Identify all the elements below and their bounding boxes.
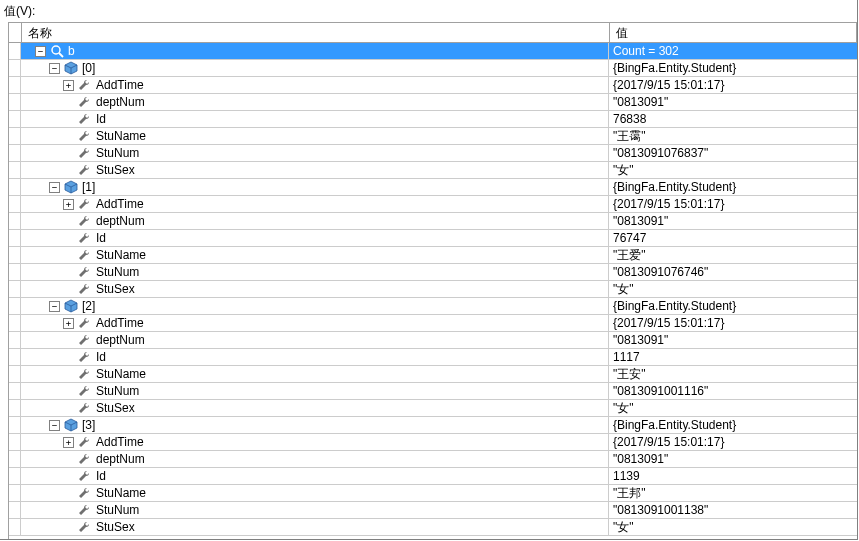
value-cell[interactable]: 76747: [609, 230, 857, 246]
name-cell[interactable]: −[3]: [21, 417, 609, 433]
name-cell[interactable]: +AddTime: [21, 434, 609, 450]
property-row[interactable]: Id1139: [9, 468, 857, 485]
name-cell[interactable]: deptNum: [21, 332, 609, 348]
name-cell[interactable]: +AddTime: [21, 315, 609, 331]
expander-icon[interactable]: +: [63, 199, 74, 210]
value-cell[interactable]: "王邦": [609, 485, 857, 501]
property-row[interactable]: StuSex"女": [9, 400, 857, 417]
column-header-name[interactable]: 名称: [22, 23, 610, 42]
expander-icon[interactable]: +: [63, 80, 74, 91]
column-header-value[interactable]: 值: [610, 23, 857, 42]
value-cell[interactable]: "女": [609, 281, 857, 297]
property-row[interactable]: deptNum"0813091": [9, 213, 857, 230]
property-row[interactable]: StuSex"女": [9, 519, 857, 536]
item-row[interactable]: −[1]{BingFa.Entity.Student}: [9, 179, 857, 196]
property-row[interactable]: StuNum"0813091001116": [9, 383, 857, 400]
property-row[interactable]: +AddTime{2017/9/15 15:01:17}: [9, 434, 857, 451]
value-cell[interactable]: "女": [609, 400, 857, 416]
property-row[interactable]: deptNum"0813091": [9, 451, 857, 468]
row-value: "0813091": [613, 94, 668, 110]
property-row[interactable]: StuName"王爱": [9, 247, 857, 264]
value-cell[interactable]: 1117: [609, 349, 857, 365]
value-cell[interactable]: {2017/9/15 15:01:17}: [609, 434, 857, 450]
expander-icon[interactable]: +: [63, 318, 74, 329]
property-row[interactable]: StuNum"0813091076746": [9, 264, 857, 281]
property-row[interactable]: StuName"王安": [9, 366, 857, 383]
name-cell[interactable]: StuSex: [21, 162, 609, 178]
value-cell[interactable]: {2017/9/15 15:01:17}: [609, 196, 857, 212]
expander-icon[interactable]: −: [49, 301, 60, 312]
name-cell[interactable]: deptNum: [21, 213, 609, 229]
name-cell[interactable]: −[2]: [21, 298, 609, 314]
property-row[interactable]: +AddTime{2017/9/15 15:01:17}: [9, 196, 857, 213]
expander-icon[interactable]: −: [35, 46, 46, 57]
value-cell[interactable]: Count = 302: [609, 43, 857, 59]
item-row[interactable]: −[0]{BingFa.Entity.Student}: [9, 60, 857, 77]
value-cell[interactable]: "女": [609, 519, 857, 535]
property-row[interactable]: StuSex"女": [9, 162, 857, 179]
name-cell[interactable]: StuNum: [21, 502, 609, 518]
value-cell[interactable]: {BingFa.Entity.Student}: [609, 298, 857, 314]
value-cell[interactable]: "0813091": [609, 332, 857, 348]
name-cell[interactable]: −[1]: [21, 179, 609, 195]
property-row[interactable]: Id76838: [9, 111, 857, 128]
name-cell[interactable]: StuSex: [21, 519, 609, 535]
expander-icon[interactable]: −: [49, 63, 60, 74]
expander-icon[interactable]: +: [63, 437, 74, 448]
name-cell[interactable]: Id: [21, 111, 609, 127]
property-row[interactable]: Id1117: [9, 349, 857, 366]
name-cell[interactable]: StuNum: [21, 383, 609, 399]
value-cell[interactable]: "王安": [609, 366, 857, 382]
value-cell[interactable]: {BingFa.Entity.Student}: [609, 60, 857, 76]
value-cell[interactable]: "0813091076746": [609, 264, 857, 280]
name-cell[interactable]: +AddTime: [21, 196, 609, 212]
item-row[interactable]: −[2]{BingFa.Entity.Student}: [9, 298, 857, 315]
name-cell[interactable]: StuName: [21, 485, 609, 501]
property-row[interactable]: Id76747: [9, 230, 857, 247]
root-row[interactable]: −bCount = 302: [9, 43, 857, 60]
property-row[interactable]: StuNum"0813091076837": [9, 145, 857, 162]
value-cell[interactable]: "0813091": [609, 213, 857, 229]
value-cell[interactable]: "女": [609, 162, 857, 178]
value-cell[interactable]: "0813091": [609, 94, 857, 110]
name-cell[interactable]: StuNum: [21, 145, 609, 161]
property-row[interactable]: +AddTime{2017/9/15 15:01:17}: [9, 315, 857, 332]
value-cell[interactable]: "0813091001116": [609, 383, 857, 399]
name-cell[interactable]: −[0]: [21, 60, 609, 76]
value-cell[interactable]: 76838: [609, 111, 857, 127]
name-cell[interactable]: StuName: [21, 366, 609, 382]
name-cell[interactable]: deptNum: [21, 94, 609, 110]
name-cell[interactable]: Id: [21, 468, 609, 484]
grid-body[interactable]: −bCount = 302−[0]{BingFa.Entity.Student}…: [9, 43, 857, 539]
property-row[interactable]: deptNum"0813091": [9, 332, 857, 349]
name-cell[interactable]: −b: [21, 43, 609, 59]
name-cell[interactable]: Id: [21, 230, 609, 246]
name-cell[interactable]: deptNum: [21, 451, 609, 467]
name-cell[interactable]: Id: [21, 349, 609, 365]
property-row[interactable]: StuName"王霭": [9, 128, 857, 145]
expander-icon[interactable]: −: [49, 420, 60, 431]
item-row[interactable]: −[3]{BingFa.Entity.Student}: [9, 417, 857, 434]
property-row[interactable]: StuName"王邦": [9, 485, 857, 502]
value-cell[interactable]: {2017/9/15 15:01:17}: [609, 315, 857, 331]
property-row[interactable]: StuSex"女": [9, 281, 857, 298]
property-row[interactable]: +AddTime{2017/9/15 15:01:17}: [9, 77, 857, 94]
name-cell[interactable]: StuName: [21, 128, 609, 144]
value-cell[interactable]: {BingFa.Entity.Student}: [609, 179, 857, 195]
value-cell[interactable]: "王霭": [609, 128, 857, 144]
property-row[interactable]: StuNum"0813091001138": [9, 502, 857, 519]
property-row[interactable]: deptNum"0813091": [9, 94, 857, 111]
value-cell[interactable]: "王爱": [609, 247, 857, 263]
value-cell[interactable]: "0813091076837": [609, 145, 857, 161]
value-cell[interactable]: 1139: [609, 468, 857, 484]
name-cell[interactable]: StuSex: [21, 400, 609, 416]
expander-icon[interactable]: −: [49, 182, 60, 193]
value-cell[interactable]: {BingFa.Entity.Student}: [609, 417, 857, 433]
name-cell[interactable]: StuNum: [21, 264, 609, 280]
value-cell[interactable]: "0813091001138": [609, 502, 857, 518]
name-cell[interactable]: +AddTime: [21, 77, 609, 93]
name-cell[interactable]: StuSex: [21, 281, 609, 297]
name-cell[interactable]: StuName: [21, 247, 609, 263]
value-cell[interactable]: {2017/9/15 15:01:17}: [609, 77, 857, 93]
value-cell[interactable]: "0813091": [609, 451, 857, 467]
